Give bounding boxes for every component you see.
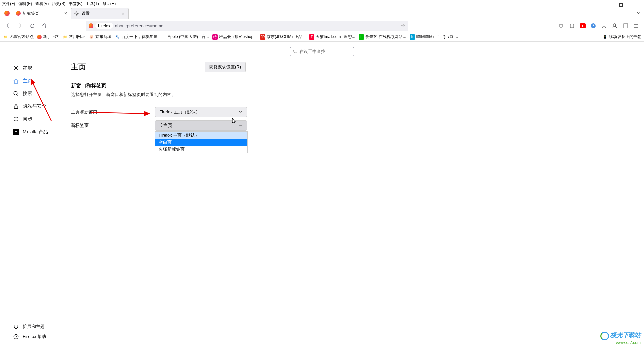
nav-toolbar: Firefox about:preferences#home ☆ <box>0 19 644 32</box>
svg-rect-5 <box>624 24 628 28</box>
tab-newtab[interactable]: 新标签页 ✕ <box>13 8 71 19</box>
menu-bar: 文件(F) 编辑(E) 查看(V) 历史(S) 书签(B) 工具(T) 帮助(H… <box>0 0 644 7</box>
app-menu-button[interactable] <box>631 20 641 31</box>
youtube-icon[interactable] <box>578 20 588 31</box>
tmall-icon: T <box>309 34 314 40</box>
url-path: about:preferences#home <box>115 23 164 28</box>
menu-view[interactable]: 查看(V) <box>35 1 49 7</box>
bookmark-item[interactable]: 🐾百度一下，你就知道 <box>115 34 158 40</box>
firefox-icon <box>37 35 42 39</box>
new-tab-button[interactable]: + <box>130 9 140 18</box>
mobile-bookmarks[interactable]: 📱移动设备上的书签 <box>602 34 641 40</box>
ext-icon-blue[interactable] <box>588 20 598 31</box>
tab-settings[interactable]: 设置 ✕ <box>71 8 129 19</box>
jd-icon: JD <box>260 34 265 40</box>
bookmark-item[interactable]: Apple (中国大陆) - 官... <box>161 34 209 40</box>
ext-icon-1[interactable] <box>556 20 566 31</box>
bookmark-star-icon[interactable]: ☆ <box>401 23 405 28</box>
bookmark-item[interactable]: 🐷京东商城 <box>89 34 111 40</box>
back-button[interactable] <box>3 20 13 31</box>
mobile-icon: 📱 <box>602 34 608 40</box>
menu-file[interactable]: 文件(F) <box>2 1 15 7</box>
svg-point-4 <box>614 24 616 26</box>
close-icon[interactable]: ✕ <box>63 11 68 16</box>
firefox-icon <box>16 11 21 16</box>
bookmark-item[interactable]: iq爱奇艺-在线视频网站... <box>359 34 406 40</box>
tab-label: 设置 <box>82 11 90 16</box>
baidu-icon: 🐾 <box>115 34 120 40</box>
iqiyi-icon: iq <box>359 34 364 40</box>
gear-icon <box>74 11 79 16</box>
forward-button[interactable] <box>15 20 25 31</box>
bookmark-item[interactable]: JD京东(JD.COM)-正品... <box>260 34 306 40</box>
jd-icon: 🐷 <box>89 34 94 40</box>
close-icon[interactable]: ✕ <box>120 11 126 16</box>
firefox-app-icon <box>2 8 12 18</box>
bookmark-item[interactable]: 📁火狐官方站点 <box>3 34 34 40</box>
bookmark-item[interactable]: 新手上路 <box>37 34 59 40</box>
home-button[interactable] <box>39 20 50 31</box>
bookmark-item[interactable]: T天猫tmall.com--理想... <box>309 34 355 40</box>
url-bar[interactable]: Firefox about:preferences#home ☆ <box>86 21 408 31</box>
menu-history[interactable]: 历史(S) <box>52 1 65 7</box>
bookmark-item[interactable]: 特唯品会- (原Vipshop... <box>212 34 257 40</box>
folder-icon: 📁 <box>62 34 68 40</box>
url-identity-label: Firefox <box>95 23 113 29</box>
tab-label: 新标签页 <box>23 11 39 16</box>
ext-icon-2[interactable] <box>567 20 577 31</box>
bilibili-icon: b <box>410 34 415 40</box>
apple-icon <box>161 34 166 40</box>
svg-rect-1 <box>570 24 574 28</box>
vip-icon: 特 <box>212 34 218 40</box>
save-to-pocket-icon[interactable] <box>599 20 609 31</box>
folder-icon: 📁 <box>3 34 8 40</box>
bookmark-item[interactable]: b哔哩哔哩 (゜-゜)つロ ... <box>410 34 458 40</box>
reload-button[interactable] <box>27 20 38 31</box>
window-controls <box>598 0 644 10</box>
svg-rect-0 <box>620 4 623 7</box>
bookmark-item[interactable]: 📁常用网址 <box>62 34 85 40</box>
sidebar-toggle-icon[interactable] <box>621 20 631 31</box>
firefox-icon <box>89 23 93 28</box>
menu-tools[interactable]: 工具(T) <box>86 1 99 7</box>
maximize-button[interactable] <box>613 0 629 10</box>
tab-overflow-button[interactable] <box>637 11 641 16</box>
account-icon[interactable] <box>610 20 620 31</box>
bookmarks-toolbar: 📁火狐官方站点 新手上路 📁常用网址 🐷京东商城 🐾百度一下，你就知道 Appl… <box>0 32 644 42</box>
menu-edit[interactable]: 编辑(E) <box>18 1 32 7</box>
tab-bar: 新标签页 ✕ 设置 ✕ + <box>0 7 644 19</box>
menu-help[interactable]: 帮助(H) <box>102 1 116 7</box>
menu-bookmarks[interactable]: 书签(B) <box>69 1 82 7</box>
minimize-button[interactable] <box>598 0 613 10</box>
close-button[interactable] <box>629 0 644 10</box>
